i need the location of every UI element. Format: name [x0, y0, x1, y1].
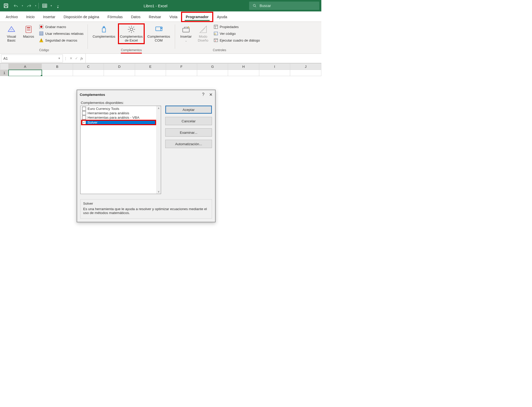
undo-icon[interactable]	[12, 2, 20, 10]
confirm-edit-icon: ✓	[75, 56, 78, 60]
code-icon	[214, 31, 218, 36]
cell[interactable]	[104, 70, 135, 76]
insertar-control-button[interactable]: Insertar⌄	[178, 24, 194, 44]
visual-basic-button[interactable]: Visual Basic	[4, 24, 19, 44]
tab-vista[interactable]: Vista	[165, 12, 182, 22]
group-label-controles: Controles	[213, 48, 226, 54]
ribbon: Visual Basic Macros Grabar macro Usar re…	[0, 22, 321, 54]
row-header[interactable]: 1	[0, 70, 9, 76]
select-all-corner[interactable]	[0, 64, 9, 70]
modo-diseno-button: Modo Diseño	[195, 24, 211, 44]
usar-referencias-button[interactable]: Usar referencias relativas	[38, 31, 84, 36]
tab-insertar[interactable]: Insertar	[39, 12, 59, 22]
fx-icon[interactable]: fx	[81, 56, 83, 61]
formula-bar: A1 ▼ ⋮ ✕ ✓ fx	[0, 54, 321, 63]
gear-icon	[127, 25, 136, 34]
run-dialog-icon	[214, 38, 218, 43]
svg-rect-17	[214, 25, 218, 29]
ruler-triangle-icon	[199, 25, 208, 34]
svg-rect-14	[156, 27, 161, 31]
grid-ref-icon	[39, 31, 44, 36]
seguridad-macros-button[interactable]: Seguridad de macros	[38, 37, 84, 43]
formula-input[interactable]	[85, 54, 321, 63]
complementos-button[interactable]: Complementos	[91, 24, 117, 40]
tab-disposicion[interactable]: Disposición de página	[59, 12, 103, 22]
cell[interactable]	[135, 70, 166, 76]
customize-qat-icon[interactable]: ⎯▾	[54, 2, 62, 10]
svg-rect-20	[214, 39, 218, 42]
cell-A1[interactable]	[9, 70, 42, 76]
svg-rect-5	[10, 29, 13, 30]
group-controles: Insertar⌄ Modo Diseño Propiedades Ver có…	[176, 23, 263, 54]
search-input[interactable]	[259, 3, 316, 8]
svg-rect-1	[5, 4, 7, 5]
col-header[interactable]: C	[73, 64, 104, 70]
group-label-codigo: Código	[39, 48, 49, 54]
propiedades-button[interactable]: Propiedades	[212, 24, 261, 30]
tab-ayuda[interactable]: Ayuda	[213, 12, 231, 22]
col-header[interactable]: J	[290, 64, 321, 70]
window-title: Libro1 - Excel	[64, 4, 247, 8]
tab-formulas[interactable]: Fórmulas	[103, 12, 127, 22]
tab-archivo[interactable]: Archivo	[2, 12, 22, 22]
properties-icon	[214, 24, 218, 29]
svg-rect-2	[5, 6, 7, 8]
col-header[interactable]: E	[135, 64, 166, 70]
chevron-down-icon[interactable]: ▼	[58, 57, 61, 60]
svg-point-13	[130, 28, 133, 31]
addins-icon	[99, 25, 108, 34]
complementos-com-button[interactable]: Complementos COM	[146, 24, 171, 44]
col-header[interactable]: B	[42, 64, 73, 70]
cell[interactable]	[73, 70, 104, 76]
svg-point-9	[40, 26, 42, 28]
visual-basic-icon	[7, 25, 16, 34]
worksheet-grid[interactable]: A B C D E F G H I J 1	[0, 63, 321, 76]
macros-button[interactable]: Macros	[21, 24, 36, 40]
svg-point-11	[41, 41, 42, 42]
tab-inicio[interactable]: Inicio	[22, 12, 39, 22]
col-header[interactable]: F	[166, 64, 197, 70]
toolbox-icon	[182, 25, 190, 34]
svg-rect-10	[39, 32, 43, 35]
quick-access-toolbar: ▾ ▾ ▾ ⎯▾	[2, 2, 62, 10]
ejecutar-dialogo-button[interactable]: Ejecutar cuadro de diálogo	[212, 37, 261, 43]
name-box[interactable]: A1 ▼	[1, 55, 63, 62]
title-bar: ▾ ▾ ▾ ⎯▾ Libro1 - Excel	[0, 0, 321, 11]
redo-icon[interactable]	[25, 2, 33, 10]
svg-rect-7	[27, 27, 30, 28]
tab-datos[interactable]: Datos	[127, 12, 145, 22]
col-header[interactable]: I	[259, 64, 290, 70]
search-icon	[253, 4, 256, 8]
cell[interactable]	[42, 70, 73, 76]
search-box[interactable]	[249, 2, 319, 10]
group-label-complementos: Complementos	[121, 48, 142, 54]
cell[interactable]	[228, 70, 259, 76]
grabar-macro-button[interactable]: Grabar macro	[38, 24, 84, 30]
ribbon-tabs: Archivo Inicio Insertar Disposición de p…	[0, 11, 321, 22]
ver-codigo-button[interactable]: Ver código	[212, 31, 261, 36]
table-icon[interactable]	[41, 2, 49, 10]
cell[interactable]	[259, 70, 290, 76]
group-complementos: Complementos Complementos de Excel Compl…	[89, 23, 174, 54]
svg-rect-16	[183, 28, 189, 32]
cell[interactable]	[166, 70, 197, 76]
cancel-edit-icon: ✕	[70, 56, 72, 60]
tab-programador[interactable]: Programador	[182, 12, 213, 22]
svg-point-4	[253, 4, 255, 6]
macros-icon	[24, 25, 33, 34]
cell[interactable]	[290, 70, 321, 76]
col-header[interactable]: H	[228, 64, 259, 70]
svg-point-15	[161, 27, 162, 28]
svg-rect-3	[43, 4, 47, 7]
col-header[interactable]: D	[104, 64, 135, 70]
col-header[interactable]: G	[197, 64, 228, 70]
cell[interactable]	[197, 70, 228, 76]
com-addins-icon	[154, 25, 163, 34]
complementos-excel-button[interactable]: Complementos de Excel	[118, 24, 144, 44]
record-icon	[39, 24, 44, 29]
col-header[interactable]: A	[9, 64, 42, 70]
group-codigo: Visual Basic Macros Grabar macro Usar re…	[2, 23, 87, 54]
warning-icon	[39, 38, 44, 43]
tab-revisar[interactable]: Revisar	[145, 12, 165, 22]
save-icon[interactable]	[2, 2, 10, 10]
